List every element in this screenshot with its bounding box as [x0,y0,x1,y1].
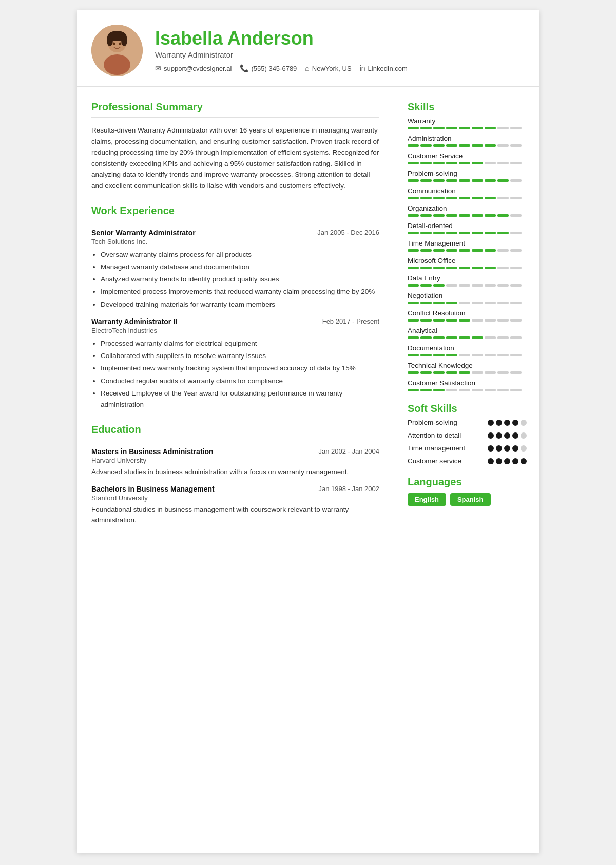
skill-seg [497,389,509,391]
bullet: Managed warranty database and documentat… [101,261,379,273]
skill-seg [420,232,432,234]
edu-degree: Masters in Business Administration [91,447,214,456]
edu-school: Stanford University [91,494,379,502]
bullet: Implemented process improvements that re… [101,286,379,297]
edu-container: Masters in Business Administration Jan 2… [91,447,379,526]
skill-seg [446,389,457,391]
skill-seg [472,127,483,129]
skill-item-7: Time Management [408,239,527,252]
skill-seg [485,214,496,217]
bullet: Implemented new warranty tracking system… [101,363,379,374]
skill-seg [459,162,470,164]
skill-item-10: Negotiation [408,292,527,304]
skill-seg [433,284,445,287]
soft-dot [496,445,502,452]
skill-seg [459,197,470,199]
skill-seg [420,144,432,147]
skill-name: Organization [408,204,527,212]
skills-section: Skills Warranty Administration Customer … [408,101,527,391]
contact-item-email: ✉support@cvdesigner.ai [155,64,232,72]
soft-dot [504,445,510,452]
svg-point-3 [107,34,113,46]
skill-bar [408,319,527,322]
skill-seg [408,302,419,304]
skill-seg [510,127,522,129]
soft-dot [488,458,494,464]
soft-dot [504,432,510,439]
soft-item-3: Customer service [408,457,527,465]
skill-seg [472,284,483,287]
skill-seg [497,354,509,356]
skill-seg [510,354,522,356]
soft-name: Time management [408,444,488,452]
svg-point-5 [104,54,130,75]
candidate-name: Isabella Anderson [155,28,521,49]
skill-seg [472,232,483,234]
phone-icon: 📞 [240,64,248,72]
job-bullets: Oversaw warranty claims process for all … [91,249,379,310]
soft-dot [496,420,502,426]
svg-point-7 [119,43,122,45]
skill-seg [485,336,496,339]
svg-point-4 [121,34,127,46]
soft-dot [512,432,518,439]
skill-seg [485,389,496,391]
soft-name: Attention to detail [408,431,488,439]
skill-seg [497,179,509,182]
skill-seg [497,197,509,199]
contact-text: NewYork, US [312,65,352,72]
edu-header: Masters in Business Administration Jan 2… [91,447,379,456]
soft-dot [512,445,518,452]
skill-seg [485,284,496,287]
skill-item-14: Technical Knowledge [408,362,527,374]
skill-name: Customer Service [408,152,527,160]
soft-dot [512,458,518,464]
skill-seg [510,267,522,269]
soft-dot [496,458,502,464]
soft-dot [521,458,527,464]
skill-seg [433,389,445,391]
job-dates: Jan 2005 - Dec 2016 [317,229,379,236]
skill-seg [433,371,445,374]
work-section: Work Experience Senior Warranty Administ… [91,205,379,411]
linkedin-icon: in [360,64,365,72]
skill-item-8: Microsoft Office [408,257,527,269]
soft-skills-section: Soft Skills Problem-solving Attention to… [408,403,527,465]
skill-name: Customer Satisfaction [408,379,527,387]
skill-seg [510,144,522,147]
skill-bar [408,144,527,147]
bullet: Conducted regular audits of warranty cla… [101,375,379,387]
skill-seg [446,179,457,182]
skill-seg [459,267,470,269]
skill-seg [408,319,419,322]
skill-seg [497,302,509,304]
skill-item-0: Warranty [408,117,527,129]
job-company: ElectroTech Industries [91,327,379,334]
soft-item-2: Time management [408,444,527,452]
contact-text: (555) 345-6789 [251,65,297,72]
skill-bar [408,249,527,252]
skill-seg [459,389,470,391]
skill-seg [420,319,432,322]
skill-seg [420,267,432,269]
summary-text: Results-driven Warranty Administrator wi… [91,125,379,192]
soft-dot [512,420,518,426]
skill-seg [420,214,432,217]
soft-container: Problem-solving Attention to detail Time… [408,419,527,465]
skill-name: Conflict Resolution [408,309,527,317]
skill-seg [485,197,496,199]
job-header: Senior Warranty Administrator Jan 2005 -… [91,229,379,237]
edu-degree: Bachelors in Business Management [91,485,215,493]
skill-seg [485,162,496,164]
lang-tag-1: Spanish [450,493,491,506]
skill-seg [510,284,522,287]
soft-dots [488,420,527,426]
skill-seg [510,302,522,304]
skill-seg [510,249,522,252]
edu-dates: Jan 2002 - Jan 2004 [318,447,379,456]
skill-seg [433,197,445,199]
soft-item-1: Attention to detail [408,431,527,439]
contact-item-phone: 📞(555) 345-6789 [240,64,297,72]
skill-seg [472,162,483,164]
skill-seg [485,179,496,182]
